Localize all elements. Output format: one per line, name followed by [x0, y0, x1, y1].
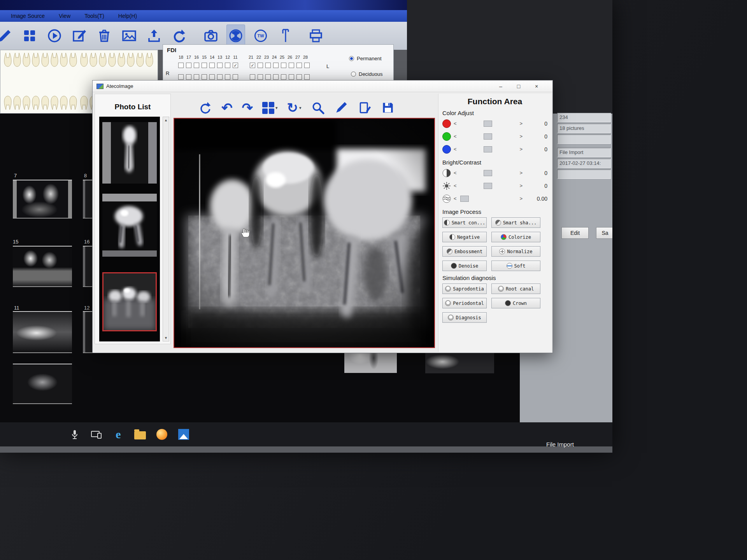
- denoise-button[interactable]: Denoise: [442, 261, 487, 271]
- measure-button[interactable]: [276, 24, 295, 47]
- fdi-checkbox[interactable]: [233, 74, 238, 80]
- fdi-checkbox[interactable]: [209, 74, 215, 80]
- fdi-checkbox[interactable]: [225, 74, 230, 80]
- fdi-checkbox[interactable]: [281, 74, 286, 80]
- xray-thumbnail-11[interactable]: [13, 311, 72, 353]
- fdi-checkbox[interactable]: [186, 74, 191, 80]
- permanent-radio[interactable]: [349, 56, 354, 61]
- browser-taskbar-button[interactable]: [154, 426, 170, 443]
- annotate-button[interactable]: [358, 101, 372, 115]
- soft-button[interactable]: Soft: [491, 261, 540, 271]
- tw-sensor-button[interactable]: TW: [251, 24, 270, 47]
- slider-left-arrow[interactable]: <: [454, 146, 457, 152]
- menu-help[interactable]: Help(H): [118, 13, 137, 19]
- fdi-checkbox[interactable]: [217, 63, 223, 68]
- slider-left-arrow[interactable]: <: [454, 133, 457, 139]
- xray-viewer[interactable]: [174, 118, 435, 348]
- fdi-checkbox[interactable]: [258, 63, 263, 68]
- xray-thumbnail[interactable]: [425, 350, 494, 373]
- embossment-button[interactable]: Embossment: [442, 246, 487, 257]
- negative-button[interactable]: Negative: [442, 232, 487, 242]
- brightness-slider[interactable]: [459, 182, 517, 189]
- fdi-checkbox[interactable]: [250, 74, 255, 80]
- fdi-checkbox[interactable]: [281, 63, 286, 68]
- fdi-checkbox[interactable]: [289, 63, 294, 68]
- slider-right-arrow[interactable]: >: [520, 121, 523, 126]
- layout-grid-button[interactable]: ▾: [262, 102, 278, 114]
- green-slider[interactable]: [459, 133, 517, 140]
- fdi-checkbox[interactable]: [289, 74, 294, 80]
- export-button[interactable]: [145, 24, 163, 47]
- photos-taskbar-button[interactable]: [176, 426, 191, 443]
- menu-view[interactable]: View: [59, 13, 70, 19]
- xray-thumbnail-15[interactable]: [13, 246, 72, 287]
- print-button[interactable]: [307, 24, 325, 47]
- chevron-down-icon[interactable]: ▾: [275, 105, 278, 110]
- layout-button[interactable]: [20, 24, 39, 47]
- menu-image-source[interactable]: Image Source: [11, 13, 45, 19]
- edit-button[interactable]: [70, 24, 89, 47]
- undo-icon[interactable]: ↶: [221, 101, 233, 114]
- crown-button[interactable]: Crown: [491, 298, 540, 308]
- image-button[interactable]: [120, 24, 139, 47]
- blue-slider[interactable]: [459, 146, 517, 153]
- fdi-checkbox[interactable]: [178, 74, 184, 80]
- fdi-checkbox[interactable]: [209, 63, 215, 68]
- scroll-down-icon[interactable]: ▼: [164, 335, 168, 341]
- redo-icon[interactable]: ↷: [242, 101, 253, 114]
- smart-sharpen-button[interactable]: Smart sha...: [491, 217, 540, 228]
- window-titlebar[interactable]: AtecoImage – □ ×: [93, 80, 552, 92]
- edge-taskbar-button[interactable]: e: [110, 426, 126, 443]
- chevron-down-icon[interactable]: ▾: [299, 105, 302, 110]
- photo-list-scrollbar[interactable]: ▲ ▼: [163, 117, 169, 341]
- edit-record-button[interactable]: Edit: [561, 227, 589, 239]
- scroll-up-icon[interactable]: ▲: [164, 117, 168, 123]
- maximize-button[interactable]: □: [510, 82, 528, 91]
- fdi-checkbox[interactable]: [194, 74, 199, 80]
- zoom-button[interactable]: [311, 101, 325, 115]
- contrast-slider[interactable]: [459, 170, 517, 177]
- xray-thumbnail[interactable]: [13, 364, 72, 404]
- fdi-checkbox[interactable]: [296, 74, 302, 80]
- permanent-option[interactable]: Permanent: [349, 56, 382, 61]
- fdi-checkbox[interactable]: [194, 63, 199, 68]
- menu-tools[interactable]: Tools(T): [84, 13, 104, 19]
- minimize-button[interactable]: –: [492, 82, 510, 91]
- refresh-view-button[interactable]: [198, 101, 212, 115]
- photo-list-thumb-2[interactable]: [102, 194, 157, 257]
- fdi-checkbox[interactable]: [304, 74, 310, 80]
- fdi-checkbox[interactable]: [265, 63, 271, 68]
- draw-button[interactable]: [334, 101, 348, 115]
- slider-left-arrow[interactable]: <: [454, 196, 457, 201]
- rotate-button[interactable]: ↻ ▾: [287, 101, 302, 114]
- smart-contrast-button[interactable]: Smart con...: [442, 217, 487, 228]
- slider-right-arrow[interactable]: >: [520, 133, 523, 139]
- save-record-button[interactable]: Sa: [596, 227, 612, 239]
- fdi-checkbox[interactable]: [178, 63, 184, 68]
- delete-button[interactable]: [95, 24, 114, 47]
- deciduous-radio[interactable]: [351, 72, 356, 77]
- slider-right-arrow[interactable]: >: [520, 170, 523, 176]
- device-tray-button[interactable]: [89, 426, 104, 443]
- explorer-taskbar-button[interactable]: [132, 426, 148, 443]
- slider-left-arrow[interactable]: <: [454, 121, 457, 126]
- xray-thumbnail-7[interactable]: [13, 180, 72, 219]
- slider-right-arrow[interactable]: >: [520, 183, 523, 189]
- normalize-button[interactable]: Normalize: [491, 246, 540, 257]
- pencil-button[interactable]: [0, 24, 14, 47]
- fdi-checkbox[interactable]: [265, 74, 271, 80]
- diagnosis-button[interactable]: Diagnosis: [442, 312, 487, 323]
- close-button[interactable]: ×: [528, 82, 545, 91]
- fdi-checkbox-21[interactable]: ✓: [250, 63, 255, 68]
- fdi-checkbox[interactable]: [202, 63, 207, 68]
- play-button[interactable]: [45, 24, 64, 47]
- refresh-button[interactable]: [170, 24, 188, 47]
- microphone-tray-button[interactable]: [67, 426, 82, 443]
- fdi-checkbox[interactable]: [225, 63, 230, 68]
- photo-list-thumb-3-selected[interactable]: [102, 272, 157, 331]
- slider-left-arrow[interactable]: <: [454, 170, 457, 176]
- fdi-checkbox[interactable]: [273, 74, 279, 80]
- fdi-checkbox[interactable]: [296, 63, 302, 68]
- colorize-button[interactable]: Colorize: [491, 232, 540, 242]
- root-canal-button[interactable]: Root canal: [491, 284, 540, 294]
